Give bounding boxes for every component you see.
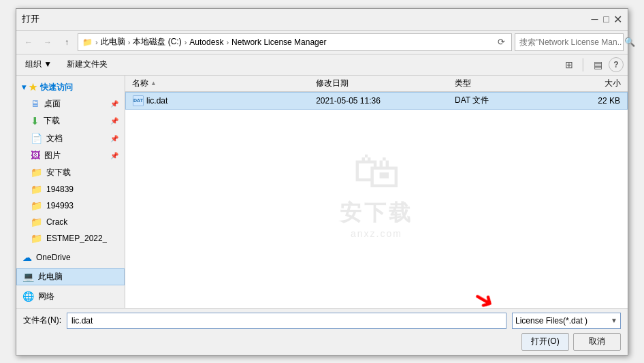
breadcrumb-nlm[interactable]: Network License Manager bbox=[231, 37, 326, 47]
quick-access-header[interactable]: ▾ ★ 快速访问 bbox=[16, 80, 125, 95]
new-folder-button[interactable]: 新建文件夹 bbox=[61, 57, 114, 72]
forward-button[interactable]: → bbox=[39, 34, 56, 50]
minimize-button[interactable]: ─ bbox=[590, 15, 599, 24]
sidebar-item-crack[interactable]: 📁 Crack bbox=[16, 214, 125, 230]
column-header-type[interactable]: 类型 bbox=[452, 78, 547, 89]
breadcrumb-item[interactable]: 📁 bbox=[82, 37, 93, 47]
quick-access-label: 快速访问 bbox=[40, 82, 73, 93]
sidebar-item-desktop[interactable]: 🖥 桌面 📌 bbox=[16, 95, 125, 112]
filetype-label: License Files(*.dat ) bbox=[515, 316, 587, 326]
search-icon[interactable]: 🔍 bbox=[624, 37, 635, 47]
title-bar: 打开 ─ □ ✕ bbox=[16, 9, 628, 31]
maximize-button[interactable]: □ bbox=[602, 15, 611, 24]
sidebar-item-network[interactable]: 🌐 网络 bbox=[16, 288, 125, 305]
network-icon: 🌐 bbox=[22, 291, 34, 302]
quick-access-section: ▾ ★ 快速访问 🖥 桌面 📌 ⬇ 下载 📌 📄 文档 📌 bbox=[16, 78, 125, 248]
sidebar-item-onedrive[interactable]: ☁ OneDrive bbox=[16, 249, 125, 266]
file-type-cell: DAT 文件 bbox=[452, 95, 547, 106]
open-button-label: 打开(O) bbox=[531, 336, 559, 347]
sidebar-item-anxz[interactable]: 📁 安下载 bbox=[16, 164, 125, 181]
onedrive-section: ☁ OneDrive bbox=[16, 248, 125, 267]
open-dialog: 打开 ─ □ ✕ ← → ↑ 📁 › 此电脑 › 本地磁盘 (C:) › Aut… bbox=[16, 8, 628, 356]
title-controls: ─ □ ✕ bbox=[590, 15, 622, 24]
file-name-cell: DAT lic.dat bbox=[130, 95, 313, 106]
file-size-cell: 22 KB bbox=[547, 96, 623, 106]
thispc-icon: 💻 bbox=[22, 271, 34, 282]
pics-icon: 🖼 bbox=[31, 150, 40, 161]
col-size-label: 大小 bbox=[605, 78, 621, 89]
sidebar-item-estmep[interactable]: 📁 ESTMEP_2022_ bbox=[16, 230, 125, 247]
dialog-title: 打开 bbox=[22, 13, 39, 25]
file-list[interactable]: DAT lic.dat 2021-05-05 11:36 DAT 文件 22 K… bbox=[125, 92, 628, 308]
sidebar-item-label: 图片 bbox=[44, 150, 61, 161]
file-name: lic.dat bbox=[146, 96, 167, 106]
pin-icon: 📌 bbox=[110, 100, 118, 108]
sidebar-item-label: 网络 bbox=[38, 291, 54, 302]
sidebar-item-label: 此电脑 bbox=[38, 271, 63, 283]
col-date-label: 修改日期 bbox=[316, 78, 349, 89]
sidebar-item-label: OneDrive bbox=[36, 253, 71, 262]
toolbar2-right: ⊞ │ ▤ ? bbox=[561, 57, 624, 73]
quick-access-star-icon: ★ bbox=[29, 82, 37, 93]
quick-access-expand-icon: ▾ bbox=[22, 82, 26, 92]
address-bar[interactable]: 📁 › 此电脑 › 本地磁盘 (C:) › Autodesk › Network… bbox=[78, 33, 512, 51]
view-button[interactable]: ⊞ bbox=[561, 57, 577, 73]
breadcrumb: 📁 › 此电脑 › 本地磁盘 (C:) › Autodesk › Network… bbox=[82, 36, 492, 48]
folder-icon: 📁 bbox=[31, 184, 42, 195]
download-icon: ⬇ bbox=[31, 115, 39, 127]
onedrive-icon: ☁ bbox=[22, 252, 32, 263]
sidebar-item-label: 桌面 bbox=[44, 98, 61, 110]
sidebar-item-pics[interactable]: 🖼 图片 📌 bbox=[16, 147, 125, 164]
filename-input[interactable] bbox=[67, 313, 506, 329]
docs-icon: 📄 bbox=[31, 133, 42, 144]
sort-arrow: ▲ bbox=[150, 80, 157, 86]
sidebar-item-docs[interactable]: 📄 文档 📌 bbox=[16, 130, 125, 147]
sidebar-item-label: 安下载 bbox=[46, 167, 71, 178]
col-name-label: 名称 bbox=[132, 78, 148, 89]
sidebar-item-label: Crack bbox=[46, 217, 67, 227]
sidebar-item-thispc[interactable]: 💻 此电脑 bbox=[16, 268, 125, 285]
pin-icon: 📌 bbox=[110, 152, 118, 159]
bottom-bar: 文件名(N): License Files(*.dat ) ▼ 打开(O) 取消 bbox=[16, 308, 628, 355]
cancel-button[interactable]: 取消 bbox=[573, 333, 621, 351]
sidebar: ▾ ★ 快速访问 🖥 桌面 📌 ⬇ 下载 📌 📄 文档 📌 bbox=[16, 76, 125, 308]
table-row[interactable]: DAT lic.dat 2021-05-05 11:36 DAT 文件 22 K… bbox=[125, 92, 628, 110]
filetype-dropdown-arrow: ▼ bbox=[611, 317, 617, 324]
breadcrumb-autodesk[interactable]: Autodesk bbox=[189, 37, 223, 47]
dat-file-icon: DAT bbox=[133, 95, 144, 106]
filename-label: 文件名(N): bbox=[23, 315, 61, 326]
thispc-section: 💻 此电脑 bbox=[16, 267, 125, 287]
address-toolbar: ← → ↑ 📁 › 此电脑 › 本地磁盘 (C:) › Autodesk › N… bbox=[16, 31, 628, 54]
folder-icon: 📁 bbox=[31, 200, 42, 211]
column-header-date[interactable]: 修改日期 bbox=[313, 78, 452, 89]
close-button[interactable]: ✕ bbox=[613, 15, 622, 24]
filetype-select[interactable]: License Files(*.dat ) ▼ bbox=[512, 313, 621, 329]
view-button2[interactable]: ▤ bbox=[590, 57, 606, 73]
organize-button[interactable]: 组织 ▼ bbox=[20, 57, 57, 72]
back-button[interactable]: ← bbox=[20, 34, 37, 50]
address-refresh-button[interactable]: ⟳ bbox=[495, 36, 507, 48]
pin-icon: 📌 bbox=[110, 135, 118, 142]
col-type-label: 类型 bbox=[455, 78, 471, 89]
open-button[interactable]: 打开(O) bbox=[521, 333, 569, 351]
search-input[interactable] bbox=[519, 37, 622, 47]
column-header-name[interactable]: 名称 ▲ bbox=[129, 78, 313, 89]
action-row: 打开(O) 取消 bbox=[23, 333, 621, 351]
file-list-header: 名称 ▲ 修改日期 类型 大小 bbox=[125, 76, 628, 92]
filename-row: 文件名(N): License Files(*.dat ) ▼ bbox=[23, 313, 621, 329]
sidebar-item-label: 194839 bbox=[46, 185, 74, 194]
folder-icon: 📁 bbox=[31, 233, 42, 244]
breadcrumb-disk[interactable]: 本地磁盘 (C:) bbox=[133, 36, 181, 48]
column-header-size[interactable]: 大小 bbox=[547, 78, 624, 89]
action-toolbar: 组织 ▼ 新建文件夹 ⊞ │ ▤ ? bbox=[16, 54, 628, 76]
pin-icon: 📌 bbox=[110, 117, 118, 125]
sidebar-item-downloads[interactable]: ⬇ 下载 📌 bbox=[16, 112, 125, 130]
sidebar-item-label: 194993 bbox=[46, 201, 74, 210]
help-button[interactable]: ? bbox=[609, 57, 624, 72]
sidebar-item-label: ESTMEP_2022_ bbox=[46, 234, 107, 243]
file-date-cell: 2021-05-05 11:36 bbox=[313, 96, 452, 106]
sidebar-item-194839[interactable]: 📁 194839 bbox=[16, 181, 125, 198]
sidebar-item-194993[interactable]: 📁 194993 bbox=[16, 198, 125, 214]
up-button[interactable]: ↑ bbox=[59, 34, 75, 50]
breadcrumb-thispc[interactable]: 此电脑 bbox=[101, 36, 125, 48]
